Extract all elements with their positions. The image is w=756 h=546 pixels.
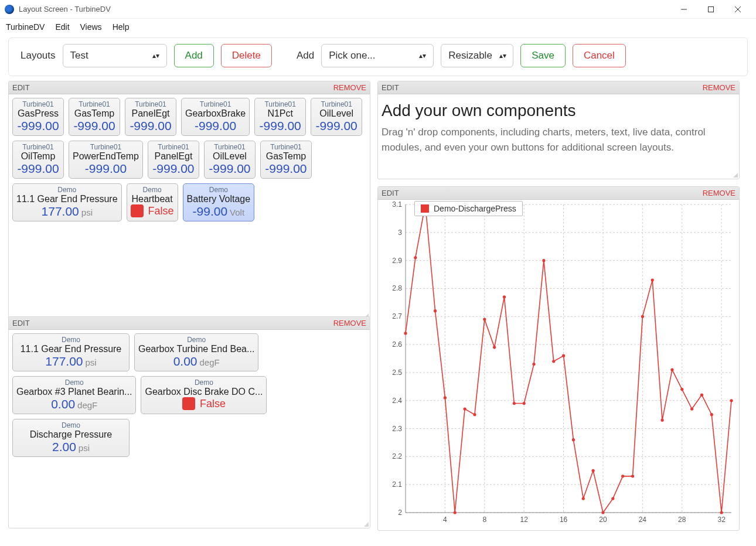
panel-remove-button[interactable]: REMOVE bbox=[333, 319, 366, 327]
cancel-button[interactable]: Cancel bbox=[573, 44, 626, 67]
tile[interactable]: Turbine01 GasTemp-999.00 bbox=[260, 141, 312, 179]
tile-source: Demo bbox=[138, 336, 254, 344]
panel-edit-label[interactable]: EDIT bbox=[382, 189, 399, 197]
tile-name: 11.1 Gear End Pressure bbox=[16, 194, 118, 204]
svg-point-62 bbox=[562, 354, 565, 357]
chevron-updown-icon: ▴▾ bbox=[419, 52, 426, 60]
menu-item[interactable]: Edit bbox=[55, 22, 69, 32]
tile-name: OilTemp bbox=[16, 151, 60, 162]
tile-source: Turbine01 bbox=[16, 143, 60, 151]
tile[interactable]: Turbine01 GearboxBrake-999.00 bbox=[181, 98, 250, 136]
svg-text:20: 20 bbox=[599, 516, 607, 524]
svg-text:2.2: 2.2 bbox=[392, 452, 402, 460]
layouts-select[interactable]: Test ▴▾ bbox=[63, 44, 167, 67]
tile-name: Discharge Pressure bbox=[16, 429, 125, 440]
panel-tiles-bottom[interactable]: EDIT REMOVE Demo 11.1 Gear End Pressure1… bbox=[8, 316, 370, 528]
line-chart[interactable]: 22.12.22.32.42.52.62.72.82.933.148121620… bbox=[379, 201, 738, 529]
save-button[interactable]: Save bbox=[520, 44, 566, 67]
tile-name: OilLevel bbox=[208, 151, 251, 162]
svg-point-60 bbox=[542, 259, 545, 262]
resize-handle[interactable] bbox=[363, 521, 369, 527]
panel-remove-button[interactable]: REMOVE bbox=[703, 83, 735, 92]
menu-item[interactable]: Help bbox=[113, 22, 130, 32]
resize-handle[interactable] bbox=[732, 172, 738, 178]
panel-tiles-top[interactable]: EDIT REMOVE Turbine01 GasPress-999.00Tur… bbox=[8, 81, 370, 320]
tile[interactable]: Turbine01 N1Pct-999.00 bbox=[254, 98, 306, 136]
component-select[interactable]: Pick one... ▴▾ bbox=[321, 44, 434, 67]
tile-value: -999.00 bbox=[73, 119, 115, 132]
tile[interactable]: Turbine01 OilTemp-999.00 bbox=[12, 141, 64, 179]
tile-source: Turbine01 bbox=[185, 100, 246, 108]
tile-name: Heartbeat bbox=[131, 194, 174, 204]
maximize-button[interactable] bbox=[697, 0, 724, 19]
tile[interactable]: Demo Battery Voltage-99.00Volt bbox=[183, 183, 255, 221]
tile[interactable]: Demo Gearbox Disc Brake DO C...False bbox=[141, 376, 267, 414]
tile[interactable]: Turbine01 OilLevel-999.00 bbox=[204, 141, 256, 179]
svg-point-71 bbox=[651, 279, 654, 282]
tile[interactable]: Turbine01 GasPress-999.00 bbox=[12, 98, 64, 136]
layouts-delete-button[interactable]: Delete bbox=[221, 44, 272, 67]
tile-value: -999.00 bbox=[152, 162, 194, 175]
svg-point-52 bbox=[463, 407, 466, 410]
text-panel-body: Drag 'n' drop components, including char… bbox=[382, 125, 735, 156]
svg-point-77 bbox=[710, 413, 713, 416]
panel-text[interactable]: EDIT REMOVE Add your own components Drag… bbox=[377, 81, 740, 179]
legend-label: Demo-DischargePress bbox=[434, 204, 516, 213]
tile-name: 11.1 Gear End Pressure bbox=[16, 344, 125, 354]
status-indicator bbox=[131, 204, 144, 217]
panel-edit-label[interactable]: EDIT bbox=[12, 83, 30, 92]
mode-select[interactable]: Resizable ▴▾ bbox=[441, 44, 513, 67]
panel-remove-button[interactable]: REMOVE bbox=[333, 83, 366, 92]
tile[interactable]: Demo Gearbox Turbine End Bea...0.00degF bbox=[134, 333, 258, 371]
tile-unit: psi bbox=[86, 357, 97, 367]
svg-point-49 bbox=[434, 309, 437, 312]
tile-name: PanelEgt bbox=[129, 108, 172, 119]
tile-source: Demo bbox=[16, 186, 118, 194]
svg-point-70 bbox=[641, 315, 644, 318]
menu-item[interactable]: TurbineDV bbox=[6, 22, 45, 32]
tiles-container: Demo 11.1 Gear End Pressure177.00psiDemo… bbox=[12, 333, 294, 457]
tile-value: -999.00 bbox=[17, 119, 59, 132]
svg-text:8: 8 bbox=[482, 516, 486, 524]
tile-bool-value: False bbox=[148, 205, 174, 217]
svg-text:2.1: 2.1 bbox=[392, 480, 402, 489]
panel-edit-label[interactable]: EDIT bbox=[12, 319, 30, 327]
tile-name: GasTemp bbox=[73, 108, 116, 119]
svg-text:3: 3 bbox=[398, 228, 402, 237]
tile-source: Turbine01 bbox=[258, 100, 302, 108]
svg-text:32: 32 bbox=[717, 516, 726, 524]
panel-chart[interactable]: EDIT REMOVE Demo-DischargePress 22.12.22… bbox=[377, 186, 740, 531]
tile[interactable]: Turbine01 GasTemp-999.00 bbox=[69, 98, 120, 136]
tile-name: N1Pct bbox=[258, 108, 302, 119]
tile[interactable]: Demo Discharge Pressure2.00psi bbox=[12, 419, 130, 457]
tile[interactable]: Demo 11.1 Gear End Pressure177.00psi bbox=[12, 183, 122, 221]
tile[interactable]: Demo 11.1 Gear End Pressure177.00psi bbox=[12, 333, 130, 371]
svg-point-47 bbox=[414, 256, 417, 259]
svg-point-54 bbox=[483, 318, 486, 320]
add-label: Add bbox=[297, 50, 314, 62]
svg-point-68 bbox=[621, 475, 624, 477]
tile[interactable]: Turbine01 PanelEgt-999.00 bbox=[148, 141, 199, 179]
panel-remove-button[interactable]: REMOVE bbox=[703, 189, 735, 197]
menu-item[interactable]: Views bbox=[80, 22, 102, 32]
tile[interactable]: Turbine01 OilLevel-999.00 bbox=[311, 98, 362, 136]
tile[interactable]: Demo Gearbox #3 Planet Bearin...0.00degF bbox=[12, 376, 136, 414]
layouts-add-button[interactable]: Add bbox=[174, 44, 214, 67]
tile-value: -999.00 bbox=[209, 162, 250, 175]
tile-value: 2.00 bbox=[52, 440, 76, 453]
svg-text:4: 4 bbox=[443, 516, 447, 524]
panel-edit-label[interactable]: EDIT bbox=[382, 83, 399, 92]
tile-bool-value: False bbox=[200, 398, 226, 410]
tile-unit: degF bbox=[77, 400, 97, 410]
tile[interactable]: Turbine01 PowerEndTemp-999.00 bbox=[69, 141, 143, 179]
mode-select-value: Resizable bbox=[448, 50, 492, 62]
tile[interactable]: Turbine01 PanelEgt-999.00 bbox=[125, 98, 176, 136]
tile[interactable]: Demo HeartbeatFalse bbox=[127, 183, 178, 221]
close-button[interactable] bbox=[724, 0, 751, 19]
minimize-button[interactable] bbox=[670, 0, 697, 19]
svg-text:2.6: 2.6 bbox=[392, 340, 402, 349]
svg-point-72 bbox=[660, 419, 663, 422]
tile-value: 177.00 bbox=[45, 354, 83, 368]
svg-text:2.9: 2.9 bbox=[392, 257, 402, 265]
tile-unit: psi bbox=[79, 443, 90, 453]
